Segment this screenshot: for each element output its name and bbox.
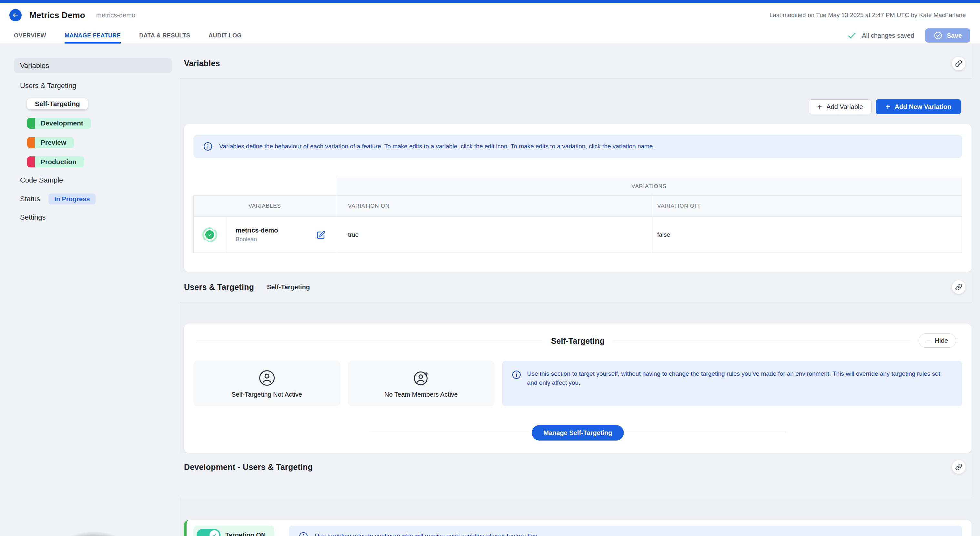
- development-link-button[interactable]: [952, 460, 966, 474]
- sidebar-item-self-targeting[interactable]: Self-Targeting: [27, 98, 88, 109]
- team-members-status-card: No Team Members Active: [348, 361, 495, 406]
- hide-button[interactable]: – Hide: [919, 333, 956, 348]
- env-color-production: [27, 156, 35, 167]
- manage-row: Manage Self-Targeting: [184, 425, 972, 441]
- env-label: Development: [35, 118, 91, 129]
- self-targeting-status-card: Self-Targeting Not Active: [193, 361, 340, 406]
- check-icon: [208, 233, 212, 237]
- targeting-toggle[interactable]: [197, 529, 221, 536]
- check-icon: [212, 533, 217, 536]
- link-icon: [955, 60, 962, 67]
- back-button[interactable]: [10, 9, 22, 21]
- minus-icon: –: [927, 336, 931, 345]
- self-targeting-info-text: Use this section to target yourself, wit…: [527, 369, 951, 406]
- sidebar-item-settings[interactable]: Settings: [14, 211, 172, 224]
- boolean-variable-icon: [202, 227, 217, 242]
- variables-info-text: Variables define the behaviour of each v…: [219, 142, 655, 151]
- save-button[interactable]: Save: [925, 29, 970, 43]
- development-section-title: Development - Users & Targeting: [184, 463, 313, 472]
- team-members-status-text: No Team Members Active: [385, 391, 458, 398]
- users-targeting-title: Users & Targeting: [184, 282, 254, 292]
- self-targeting-card: Self-Targeting – Hide Self-Targeting Not…: [184, 324, 972, 453]
- env-label: Production: [35, 156, 84, 167]
- env-color-preview: [27, 137, 35, 148]
- variables-link-button[interactable]: [952, 57, 966, 70]
- sidebar-item-users-targeting[interactable]: Users & Targeting: [14, 80, 172, 92]
- check-icon: [847, 31, 857, 40]
- variables-table: VARIATIONS VARIABLES VARIATION ON VARIAT…: [193, 177, 962, 253]
- users-targeting-subtitle: Self-Targeting: [267, 284, 310, 291]
- self-targeting-status-row: Self-Targeting Not Active No Team Member…: [193, 361, 962, 406]
- variable-name: metrics-demo: [235, 227, 278, 234]
- self-targeting-info-banner: Use this section to target yourself, wit…: [502, 361, 962, 406]
- tab-audit-log[interactable]: AUDIT LOG: [208, 27, 242, 44]
- add-new-variation-button[interactable]: + Add New Variation: [876, 99, 961, 114]
- variables-actions: + Add Variable + Add New Variation: [180, 99, 961, 114]
- users-targeting-section-header: Users & Targeting Self-Targeting: [180, 272, 972, 303]
- hide-label: Hide: [935, 337, 948, 344]
- env-label: Preview: [35, 137, 74, 148]
- column-header-variables: VARIABLES: [193, 195, 336, 217]
- sidebar-item-status: Status In Progress: [14, 193, 172, 205]
- info-icon: [299, 531, 308, 536]
- column-header-variation-on: VARIATION ON: [336, 195, 652, 217]
- targeting-status-box: Targeting ON: [193, 526, 274, 536]
- table-spacer: [193, 177, 336, 195]
- users-targeting-link-button[interactable]: [952, 280, 966, 294]
- status-label: Status: [20, 195, 40, 203]
- link-icon: [955, 463, 962, 471]
- tab-manage-feature[interactable]: MANAGE FEATURE: [65, 27, 121, 44]
- variables-section-header: Variables: [180, 44, 972, 79]
- column-header-variation-off: VARIATION OFF: [652, 195, 962, 217]
- arrow-left-icon: [12, 12, 19, 19]
- plus-icon: +: [817, 103, 822, 111]
- status-badge[interactable]: In Progress: [48, 193, 95, 205]
- sidebar-item-variables[interactable]: Variables: [14, 59, 172, 73]
- link-icon: [955, 284, 962, 290]
- targeting-info-banner: Use targeting rules to configure who wil…: [289, 526, 962, 536]
- add-variable-label: Add Variable: [826, 103, 863, 111]
- variable-type: Boolean: [235, 236, 257, 243]
- toggle-knob: [210, 530, 219, 536]
- tab-data-results[interactable]: DATA & RESULTS: [139, 27, 190, 44]
- variables-info-banner: Variables define the behaviour of each v…: [193, 135, 962, 158]
- page-header: Metrics Demo metrics-demo Last modified …: [0, 3, 980, 27]
- user-plus-icon: [412, 369, 430, 387]
- variation-on-value: true: [336, 217, 652, 253]
- variable-type-cell: [193, 217, 226, 253]
- main-content: Variables + Add Variable + Add New Varia…: [180, 44, 980, 536]
- sidebar-item-development[interactable]: Development: [27, 118, 91, 129]
- variables-section-title: Variables: [184, 59, 220, 68]
- self-targeting-panel-header: Self-Targeting – Hide: [184, 333, 972, 348]
- tabs: OVERVIEW MANAGE FEATURE DATA & RESULTS A…: [14, 27, 242, 44]
- development-section-header: Development - Users & Targeting: [180, 453, 972, 498]
- save-status-text: All changes saved: [862, 32, 914, 40]
- tab-bar: OVERVIEW MANAGE FEATURE DATA & RESULTS A…: [0, 27, 980, 44]
- app-window: Metrics Demo metrics-demo Last modified …: [0, 0, 980, 536]
- manage-self-targeting-button[interactable]: Manage Self-Targeting: [532, 425, 624, 441]
- targeting-status-text: Targeting ON: [225, 531, 266, 536]
- variation-off-value: false: [652, 217, 962, 253]
- development-targeting-card: Targeting ON Use targeting rules to conf…: [184, 520, 972, 536]
- save-status: All changes saved: [847, 31, 914, 40]
- circle-check-icon: [934, 31, 943, 40]
- tab-overview[interactable]: OVERVIEW: [14, 27, 46, 44]
- sidebar: Variables Users & Targeting Self-Targeti…: [0, 44, 180, 536]
- sidebar-item-code-sample[interactable]: Code Sample: [14, 174, 172, 186]
- sidebar-item-production[interactable]: Production: [27, 156, 84, 167]
- add-variable-button[interactable]: + Add Variable: [808, 99, 872, 114]
- sidebar-item-preview[interactable]: Preview: [27, 137, 74, 148]
- self-targeting-panel-title: Self-Targeting: [542, 333, 613, 348]
- variable-name-cell: metrics-demo Boolean: [226, 217, 336, 253]
- user-icon: [258, 369, 276, 387]
- page-title: Metrics Demo: [29, 10, 85, 20]
- info-icon: [203, 141, 213, 151]
- edit-pencil-icon: [317, 230, 326, 239]
- edit-variable-button[interactable]: [317, 230, 326, 239]
- feature-key: metrics-demo: [96, 12, 135, 19]
- info-icon: [512, 370, 521, 380]
- targeting-info-text: Use targeting rules to configure who wil…: [315, 531, 539, 536]
- env-color-development: [27, 118, 35, 129]
- save-button-label: Save: [947, 32, 962, 40]
- last-modified-link[interactable]: Last modified on Tue May 13 2025 at 2:47…: [770, 12, 966, 19]
